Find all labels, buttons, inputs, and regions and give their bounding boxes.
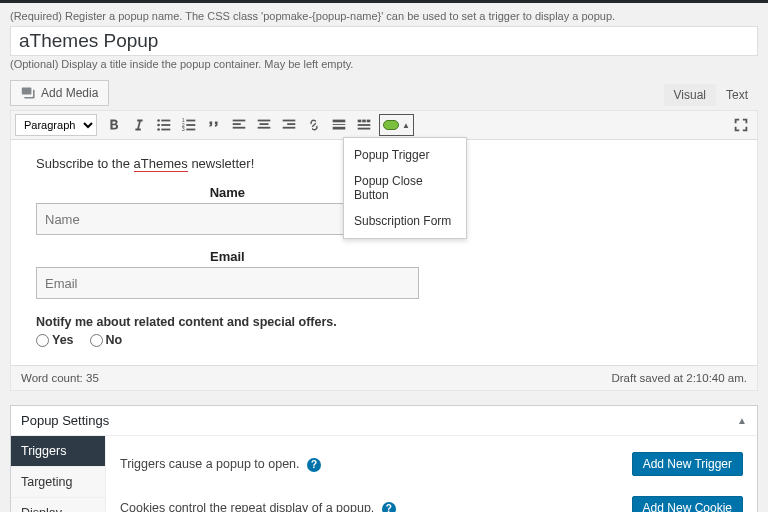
panel-title: Popup Settings — [21, 413, 109, 428]
popup-title-helper: (Optional) Display a title inside the po… — [10, 58, 758, 70]
settings-tab-display[interactable]: Display — [11, 498, 105, 512]
popup-name-helper: (Required) Register a popup name. The CS… — [10, 10, 758, 22]
svg-rect-11 — [186, 129, 195, 131]
svg-rect-24 — [358, 120, 362, 123]
cookies-description: Cookies control the repeat display of a … — [120, 501, 396, 513]
align-center-button[interactable] — [252, 113, 276, 137]
svg-rect-12 — [233, 120, 246, 122]
svg-rect-20 — [283, 127, 296, 129]
radio-yes[interactable]: Yes — [36, 333, 74, 347]
format-select[interactable]: Paragraph — [15, 114, 97, 136]
align-left-button[interactable] — [227, 113, 251, 137]
add-media-button[interactable]: Add Media — [10, 80, 109, 106]
caret-up-icon: ▲ — [737, 415, 747, 426]
email-label: Email — [36, 249, 419, 264]
svg-rect-9 — [186, 124, 195, 126]
radio-no[interactable]: No — [90, 333, 123, 347]
add-new-cookie-button[interactable]: Add New Cookie — [632, 496, 743, 512]
editor-toolbar: Paragraph 123 ▲ Popup Trigger Popup Clos… — [11, 111, 757, 140]
italic-button[interactable] — [127, 113, 151, 137]
svg-rect-23 — [333, 127, 346, 130]
svg-rect-27 — [358, 124, 371, 126]
popup-name-input[interactable] — [10, 26, 758, 56]
word-count: Word count: 35 — [21, 372, 99, 384]
toolbar-toggle-button[interactable] — [352, 113, 376, 137]
svg-text:3: 3 — [182, 126, 185, 132]
email-input[interactable] — [36, 267, 419, 299]
fullscreen-button[interactable] — [729, 113, 753, 137]
svg-rect-3 — [161, 124, 170, 126]
media-icon — [21, 85, 37, 101]
tab-visual[interactable]: Visual — [664, 84, 716, 106]
dropdown-item-close[interactable]: Popup Close Button — [344, 168, 466, 208]
svg-rect-15 — [258, 120, 271, 122]
svg-rect-7 — [186, 120, 195, 122]
svg-rect-14 — [233, 127, 246, 129]
info-icon[interactable]: ? — [382, 502, 396, 513]
popup-maker-icon — [383, 120, 399, 130]
svg-point-4 — [157, 128, 160, 131]
insert-dropdown-menu: Popup Trigger Popup Close Button Subscri… — [343, 137, 467, 239]
ul-button[interactable] — [152, 113, 176, 137]
settings-tab-targeting[interactable]: Targeting — [11, 467, 105, 498]
bold-button[interactable] — [102, 113, 126, 137]
svg-rect-16 — [260, 123, 269, 125]
svg-rect-1 — [161, 120, 170, 122]
settings-tab-triggers[interactable]: Triggers — [11, 436, 105, 467]
triggers-description: Triggers cause a popup to open. ? — [120, 457, 321, 472]
dropdown-item-subscription[interactable]: Subscription Form — [344, 208, 466, 234]
svg-rect-19 — [287, 123, 295, 125]
svg-rect-18 — [283, 120, 296, 122]
add-media-label: Add Media — [41, 86, 98, 100]
notify-text: Notify me about related content and spec… — [36, 315, 732, 329]
dropdown-item-trigger[interactable]: Popup Trigger — [344, 142, 466, 168]
svg-rect-21 — [333, 120, 346, 123]
svg-point-0 — [157, 119, 160, 122]
chevron-up-icon: ▲ — [402, 121, 410, 130]
add-new-trigger-button[interactable]: Add New Trigger — [632, 452, 743, 476]
link-button[interactable] — [302, 113, 326, 137]
popup-settings-header[interactable]: Popup Settings ▲ — [11, 406, 757, 436]
tab-text[interactable]: Text — [716, 84, 758, 106]
svg-rect-22 — [333, 124, 346, 125]
draft-saved: Draft saved at 2:10:40 am. — [611, 372, 747, 384]
blockquote-button[interactable] — [202, 113, 226, 137]
svg-rect-17 — [258, 127, 271, 129]
svg-rect-25 — [362, 120, 366, 123]
align-right-button[interactable] — [277, 113, 301, 137]
popup-maker-dropdown[interactable]: ▲ — [379, 114, 414, 136]
svg-rect-13 — [233, 123, 241, 125]
svg-rect-5 — [161, 129, 170, 131]
info-icon[interactable]: ? — [307, 458, 321, 472]
svg-rect-26 — [367, 120, 371, 123]
ol-button[interactable]: 123 — [177, 113, 201, 137]
readmore-button[interactable] — [327, 113, 351, 137]
svg-point-2 — [157, 124, 160, 127]
svg-rect-28 — [358, 128, 371, 130]
